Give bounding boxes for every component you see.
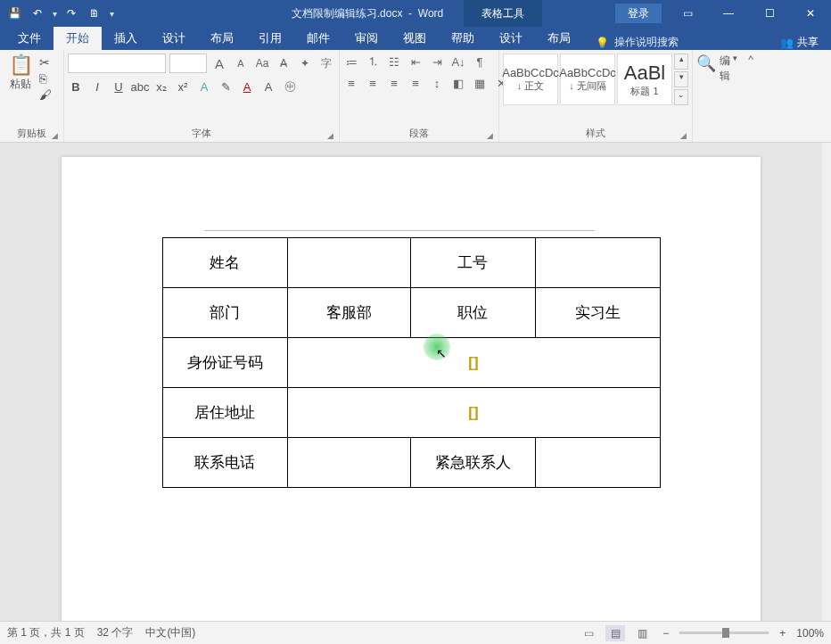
save-icon[interactable]: 💾 bbox=[4, 3, 25, 24]
char-shading-icon[interactable]: A bbox=[260, 78, 276, 95]
tab-mailings[interactable]: 邮件 bbox=[294, 27, 342, 50]
format-painter-icon[interactable]: 🖌 bbox=[39, 87, 52, 102]
cell-phone-value[interactable] bbox=[287, 438, 410, 488]
bold-button[interactable]: B bbox=[68, 78, 84, 95]
zoom-in-button[interactable]: + bbox=[776, 627, 789, 640]
grow-font-icon[interactable]: A bbox=[210, 54, 228, 72]
language[interactable]: 中文(中国) bbox=[145, 625, 195, 640]
shading-icon[interactable]: ◧ bbox=[450, 75, 466, 91]
superscript-button[interactable]: x² bbox=[175, 78, 191, 95]
close-icon[interactable]: ✕ bbox=[790, 0, 831, 27]
redo-icon[interactable]: ↷ bbox=[61, 3, 82, 24]
paragraph-launcher-icon[interactable]: ◢ bbox=[487, 131, 493, 140]
align-right-icon[interactable]: ≡ bbox=[386, 75, 402, 91]
zoom-thumb[interactable] bbox=[722, 628, 729, 638]
tab-home[interactable]: 开始 bbox=[53, 27, 102, 50]
cell-address-value[interactable]: [] bbox=[287, 388, 660, 438]
tab-table-design[interactable]: 设计 bbox=[487, 27, 535, 50]
editing-button[interactable]: 🔍 编辑 ▾ bbox=[696, 54, 737, 138]
print-preview-icon[interactable]: 🗎 bbox=[84, 3, 105, 24]
numbering-icon[interactable]: ⒈ bbox=[365, 54, 381, 70]
vertical-scrollbar[interactable] bbox=[822, 143, 831, 621]
word-count[interactable]: 32 个字 bbox=[97, 625, 134, 640]
shrink-font-icon[interactable]: A bbox=[232, 54, 250, 72]
tab-table-layout[interactable]: 布局 bbox=[535, 27, 583, 50]
cell-position-value[interactable]: 实习生 bbox=[535, 288, 660, 338]
cell-emergency-value[interactable] bbox=[535, 438, 660, 488]
page-number[interactable]: 第 1 页，共 1 页 bbox=[7, 625, 85, 640]
cell-id-label[interactable]: 工号 bbox=[410, 238, 535, 288]
align-center-icon[interactable]: ≡ bbox=[365, 75, 381, 91]
tell-me-search[interactable]: 💡 操作说明搜索 bbox=[596, 35, 679, 50]
bullets-icon[interactable]: ≔ bbox=[343, 54, 359, 70]
font-launcher-icon[interactable]: ◢ bbox=[327, 131, 333, 140]
cell-id-value[interactable] bbox=[535, 238, 660, 288]
char-border-icon[interactable]: ㊥ bbox=[282, 78, 298, 95]
indent-decrease-icon[interactable]: ⇤ bbox=[407, 54, 424, 70]
collapse-ribbon-icon[interactable]: ^ bbox=[741, 50, 761, 142]
styles-down-icon[interactable]: ▾ bbox=[674, 71, 688, 87]
cell-name-value[interactable] bbox=[287, 238, 410, 288]
styles-more-icon[interactable]: ⌄ bbox=[674, 89, 688, 105]
clipboard-launcher-icon[interactable]: ◢ bbox=[52, 131, 58, 140]
minimize-icon[interactable]: — bbox=[708, 0, 749, 27]
web-layout-icon[interactable]: ▥ bbox=[632, 625, 652, 641]
cell-dept-value[interactable]: 客服部 bbox=[287, 288, 410, 338]
tab-design[interactable]: 设计 bbox=[150, 27, 198, 50]
highlight-icon[interactable]: ✎ bbox=[218, 78, 234, 95]
zoom-slider[interactable] bbox=[679, 632, 769, 634]
document-area[interactable]: 姓名 工号 部门 客服部 职位 实习生 身份证号码 [] bbox=[0, 143, 822, 621]
form-table[interactable]: 姓名 工号 部门 客服部 职位 实习生 身份证号码 [] bbox=[162, 237, 661, 488]
text-effects-icon[interactable]: A bbox=[196, 78, 212, 95]
maximize-icon[interactable]: ☐ bbox=[749, 0, 790, 27]
copy-icon[interactable]: ⎘ bbox=[39, 71, 52, 86]
tab-references[interactable]: 引用 bbox=[246, 27, 294, 50]
qat-customize-icon[interactable]: ▾ bbox=[107, 9, 116, 19]
share-button[interactable]: 👥 共享 bbox=[768, 35, 831, 50]
font-name-input[interactable] bbox=[68, 54, 166, 73]
cut-icon[interactable]: ✂ bbox=[39, 55, 52, 70]
tab-layout[interactable]: 布局 bbox=[198, 27, 246, 50]
login-button[interactable]: 登录 bbox=[615, 4, 662, 23]
borders-icon[interactable]: ▦ bbox=[472, 75, 488, 91]
tab-file[interactable]: 文件 bbox=[5, 27, 53, 50]
cell-idcard-label[interactable]: 身份证号码 bbox=[162, 338, 287, 388]
change-case-icon[interactable]: Aa bbox=[253, 54, 271, 72]
cell-idcard-value[interactable]: [] bbox=[287, 338, 660, 388]
indent-increase-icon[interactable]: ⇥ bbox=[429, 54, 445, 70]
cell-name-label[interactable]: 姓名 bbox=[162, 238, 287, 288]
italic-button[interactable]: I bbox=[89, 78, 105, 95]
subscript-button[interactable]: x₂ bbox=[153, 78, 169, 95]
cell-dept-label[interactable]: 部门 bbox=[162, 288, 287, 338]
cell-phone-label[interactable]: 联系电话 bbox=[162, 438, 287, 488]
justify-icon[interactable]: ≡ bbox=[407, 75, 424, 91]
underline-button[interactable]: U bbox=[111, 78, 127, 95]
line-spacing-icon[interactable]: ↕ bbox=[429, 75, 445, 91]
cell-position-label[interactable]: 职位 bbox=[410, 288, 535, 338]
strikethrough-button[interactable]: abc bbox=[132, 78, 148, 95]
align-left-icon[interactable]: ≡ bbox=[343, 75, 359, 91]
paste-button[interactable]: 📋 粘贴 bbox=[4, 54, 37, 92]
zoom-level[interactable]: 100% bbox=[796, 627, 824, 640]
tab-view[interactable]: 视图 bbox=[391, 27, 439, 50]
font-size-input[interactable] bbox=[169, 54, 207, 73]
tab-help[interactable]: 帮助 bbox=[439, 27, 487, 50]
sort-icon[interactable]: A↓ bbox=[450, 54, 466, 70]
tab-review[interactable]: 审阅 bbox=[342, 27, 391, 50]
read-mode-icon[interactable]: ▭ bbox=[579, 625, 598, 641]
undo-icon[interactable]: ↶ bbox=[27, 3, 48, 24]
style-normal[interactable]: AaBbCcDc↓ 正文 bbox=[503, 54, 558, 105]
styles-up-icon[interactable]: ▴ bbox=[674, 54, 688, 70]
multilevel-icon[interactable]: ☷ bbox=[386, 54, 402, 70]
cell-address-label[interactable]: 居住地址 bbox=[162, 388, 287, 438]
cell-emergency-label[interactable]: 紧急联系人 bbox=[410, 438, 535, 488]
styles-launcher-icon[interactable]: ◢ bbox=[680, 131, 687, 140]
zoom-out-button[interactable]: − bbox=[659, 627, 672, 640]
qat-dropdown-icon[interactable]: ▾ bbox=[50, 9, 59, 19]
print-layout-icon[interactable]: ▤ bbox=[605, 625, 625, 641]
font-color-icon[interactable]: A bbox=[239, 78, 255, 95]
ribbon-options-icon[interactable]: ▭ bbox=[667, 0, 708, 27]
clear-format-icon[interactable]: A̶ bbox=[275, 54, 292, 72]
style-heading1[interactable]: AaBl标题 1 bbox=[617, 54, 672, 105]
style-nospacing[interactable]: AaBbCcDc↓ 无间隔 bbox=[560, 54, 615, 105]
